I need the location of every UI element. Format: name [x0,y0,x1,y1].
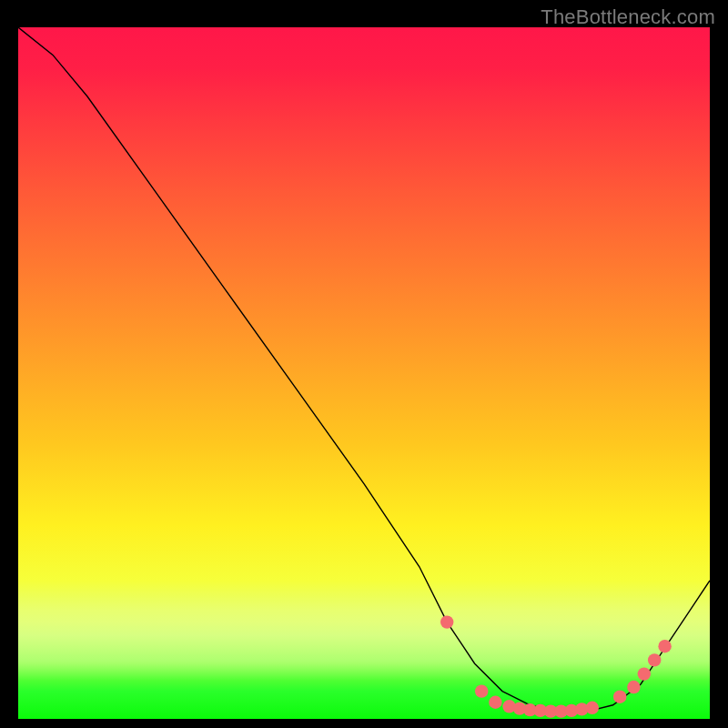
marker-dot [648,653,661,666]
bottleneck-curve [18,27,710,712]
marker-dot [440,615,453,628]
marker-dot [586,702,599,714]
attribution-text: TheBottleneck.com [541,5,715,29]
marker-dot [658,640,671,652]
marker-group [440,615,672,717]
marker-dot [627,681,640,693]
chart-area [18,27,710,719]
marker-dot [475,684,488,697]
marker-dot [489,696,501,709]
marker-dot [613,690,626,703]
marker-dot [638,667,651,680]
chart-svg [18,27,710,719]
